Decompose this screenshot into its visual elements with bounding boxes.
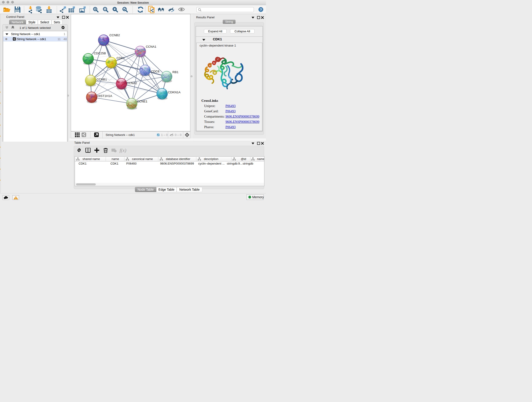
svg-text:CDK1: CDK1: [117, 56, 125, 60]
svg-text:CDC6: CDC6: [151, 70, 159, 73]
svg-text:name: name: [112, 157, 119, 161]
svg-text:database identifier: database identifier: [166, 157, 190, 161]
svg-text:namespac: namespac: [257, 157, 264, 161]
svg-text:CCNA1: CCNA1: [146, 45, 157, 48]
svg-text:RB1: RB1: [172, 70, 178, 74]
svg-text:CDC25B: CDC25B: [94, 51, 106, 55]
svg-text:canonical name: canonical name: [132, 157, 153, 161]
svg-text:CCNE1: CCNE1: [137, 100, 147, 103]
svg-text:CDKN1A: CDKN1A: [168, 90, 181, 94]
svg-text:CCNB2: CCNB2: [109, 33, 120, 37]
svg-text:description: description: [204, 157, 218, 161]
svg-text:f(x): f(x): [120, 148, 126, 153]
svg-text:CCNB1: CCNB1: [96, 78, 107, 81]
svg-text:@id: @id: [241, 157, 246, 161]
svg-text:shared name: shared name: [82, 157, 100, 161]
svg-text:CCNA2: CCNA2: [127, 81, 137, 85]
svg-text:HIST1H1A: HIST1H1A: [97, 94, 112, 98]
